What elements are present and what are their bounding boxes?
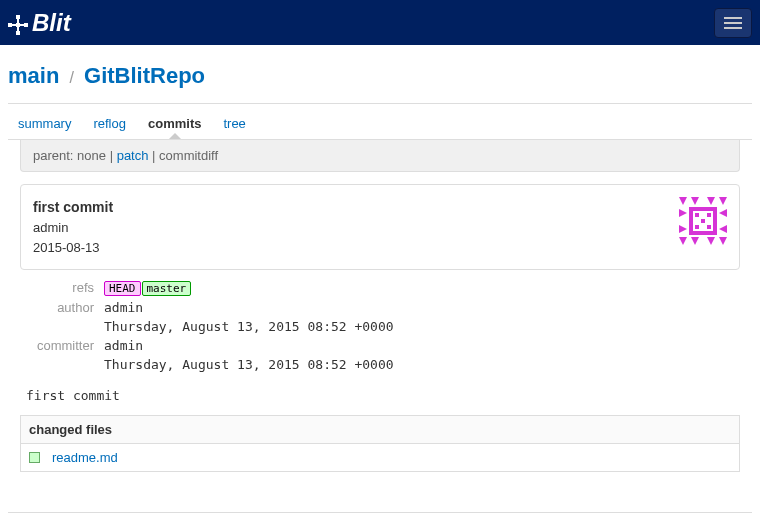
- gitblit-icon: [8, 13, 28, 33]
- svg-rect-6: [11, 24, 25, 26]
- parent-sep1: |: [110, 148, 117, 163]
- svg-marker-14: [707, 237, 715, 245]
- svg-marker-10: [707, 197, 715, 205]
- version-label: v1.6.2: [8, 513, 752, 522]
- patch-link[interactable]: patch: [117, 148, 149, 163]
- changed-files-header: changed files: [20, 415, 740, 444]
- svg-marker-12: [719, 237, 727, 245]
- svg-rect-23: [695, 225, 699, 229]
- tab-reflog[interactable]: reflog: [93, 116, 126, 131]
- commitdiff-text: commitdiff: [159, 148, 218, 163]
- ref-master-badge[interactable]: master: [142, 281, 192, 296]
- commit-header-box: first commit admin 2015-08-13: [20, 184, 740, 270]
- ref-head-badge[interactable]: HEAD: [104, 281, 141, 296]
- committer-date: Thursday, August 13, 2015 08:52 +0000: [104, 357, 394, 372]
- avatar: [679, 197, 727, 245]
- file-row: readme.md: [20, 444, 740, 472]
- svg-marker-11: [679, 237, 687, 245]
- tab-summary[interactable]: summary: [18, 116, 71, 131]
- tab-tree[interactable]: tree: [223, 116, 245, 131]
- author-label: author: [20, 300, 104, 315]
- svg-marker-17: [679, 225, 687, 233]
- brand-logo[interactable]: Blit: [8, 9, 71, 37]
- breadcrumb-root[interactable]: main: [8, 63, 59, 88]
- commit-date-short: 2015-08-13: [33, 238, 113, 258]
- file-link[interactable]: readme.md: [52, 450, 118, 465]
- menu-toggle-button[interactable]: [714, 8, 752, 38]
- svg-rect-24: [707, 225, 711, 229]
- svg-rect-22: [707, 213, 711, 217]
- tabs: summary reflog commits tree: [8, 104, 752, 140]
- parent-label: parent:: [33, 148, 73, 163]
- file-added-icon: [29, 452, 40, 463]
- svg-marker-13: [691, 237, 699, 245]
- svg-marker-18: [719, 225, 727, 233]
- commit-message: first commit: [26, 388, 740, 403]
- navbar: Blit: [0, 0, 760, 45]
- committer-label: committer: [20, 338, 104, 353]
- svg-marker-9: [691, 197, 699, 205]
- breadcrumb-repo[interactable]: GitBlitRepo: [84, 63, 205, 88]
- brand-text: Blit: [32, 9, 71, 37]
- refs-label: refs: [20, 280, 104, 296]
- breadcrumb: main / GitBlitRepo: [8, 53, 752, 104]
- svg-rect-25: [701, 219, 705, 223]
- committer-name: admin: [104, 338, 143, 353]
- tab-commits[interactable]: commits: [148, 116, 201, 131]
- commit-details: refs HEADmaster author admin Thursday, A…: [20, 278, 740, 374]
- breadcrumb-sep: /: [65, 69, 77, 86]
- commit-title: first commit: [33, 197, 113, 218]
- svg-rect-21: [695, 213, 699, 217]
- commit-author-short: admin: [33, 218, 113, 238]
- author-name: admin: [104, 300, 143, 315]
- author-date: Thursday, August 13, 2015 08:52 +0000: [104, 319, 394, 334]
- svg-marker-16: [719, 209, 727, 217]
- svg-marker-8: [719, 197, 727, 205]
- parent-value: none: [77, 148, 106, 163]
- svg-marker-7: [679, 197, 687, 205]
- svg-marker-15: [679, 209, 687, 217]
- parent-bar: parent: none | patch | commitdiff: [20, 140, 740, 172]
